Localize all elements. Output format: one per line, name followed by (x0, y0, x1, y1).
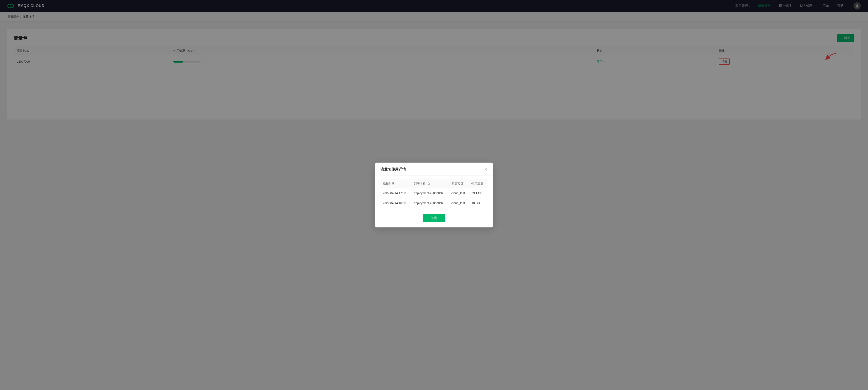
modal-footer: 关闭 (375, 212, 493, 228)
svg-line-4 (430, 184, 430, 185)
modal: 流量包使用详情 ✕ 抵扣时间 部署名称 (375, 162, 493, 228)
modal-close-button[interactable]: ✕ (484, 168, 488, 172)
modal-cell-traffic-1: 29.1 GB (469, 188, 488, 198)
modal-title: 流量包使用详情 (380, 167, 406, 172)
modal-cell-traffic-2: 10 GB (469, 198, 488, 208)
modal-cell-time-2: 2022-04-14 16:00 (380, 198, 411, 208)
modal-table-row: 2022-04-14 17:00 deployment-c20bb0cb clo… (380, 188, 488, 198)
modal-col-time: 抵扣时间 (380, 179, 411, 188)
modal-cell-project-2: cloud_test (449, 198, 469, 208)
modal-cell-deployment-2: deployment-c20bb0cb (411, 198, 449, 208)
modal-col-traffic: 使用流量 (469, 179, 488, 188)
modal-cell-deployment-1: deployment-c20bb0cb (411, 188, 449, 198)
modal-cell-time-1: 2022-04-14 17:00 (380, 188, 411, 198)
modal-body: 抵扣时间 部署名称 所属项目 使 (375, 176, 493, 212)
modal-table: 抵扣时间 部署名称 所属项目 使 (380, 179, 488, 208)
modal-table-row: 2022-04-14 16:00 deployment-c20bb0cb clo… (380, 198, 488, 208)
modal-cell-project-1: cloud_test (449, 188, 469, 198)
modal-col-deployment: 部署名称 (411, 179, 449, 188)
modal-header: 流量包使用详情 ✕ (375, 162, 493, 176)
modal-overlay: 流量包使用详情 ✕ 抵扣时间 部署名称 (0, 0, 868, 390)
modal-col-project: 所属项目 (449, 179, 469, 188)
svg-point-3 (428, 183, 430, 184)
close-modal-button[interactable]: 关闭 (423, 214, 445, 222)
search-icon (427, 182, 431, 185)
